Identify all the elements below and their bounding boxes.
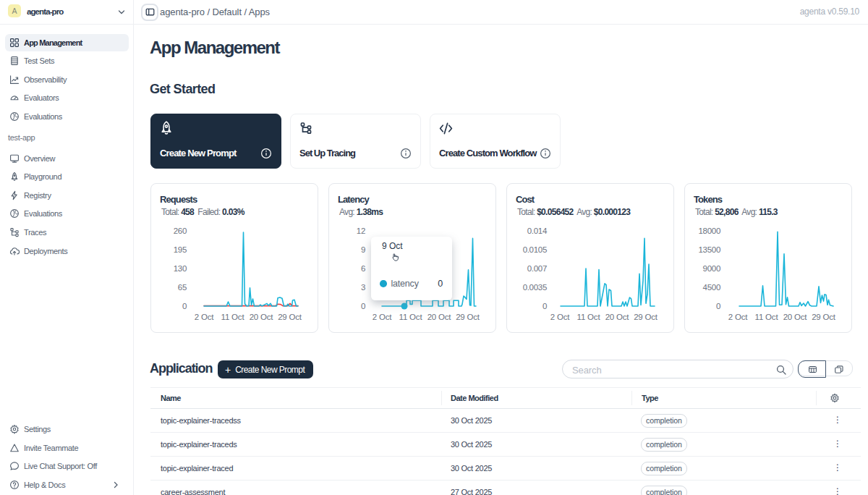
svg-text:2 Oct: 2 Oct: [728, 313, 748, 321]
svg-text:0.0035: 0.0035: [523, 283, 547, 292]
svg-text:29 Oct: 29 Oct: [278, 313, 302, 321]
svg-text:3: 3: [361, 283, 365, 292]
svg-text:9: 9: [361, 245, 365, 254]
svg-text:260: 260: [174, 227, 187, 235]
svg-text:12: 12: [357, 227, 365, 235]
svg-text:4500: 4500: [703, 283, 720, 292]
svg-text:0: 0: [716, 302, 720, 310]
svg-text:11 Oct: 11 Oct: [577, 313, 601, 321]
svg-text:13500: 13500: [699, 245, 720, 254]
svg-text:0: 0: [542, 302, 547, 310]
svg-text:20 Oct: 20 Oct: [427, 313, 452, 321]
svg-text:11 Oct: 11 Oct: [399, 313, 423, 321]
svg-text:195: 195: [174, 245, 187, 254]
svg-text:20 Oct: 20 Oct: [605, 313, 630, 321]
svg-text:130: 130: [174, 264, 187, 273]
svg-text:2 Oct: 2 Oct: [550, 313, 570, 321]
svg-text:2 Oct: 2 Oct: [195, 313, 214, 321]
svg-text:0: 0: [182, 302, 187, 310]
svg-text:2 Oct: 2 Oct: [373, 313, 392, 321]
svg-text:29 Oct: 29 Oct: [634, 313, 658, 321]
svg-text:65: 65: [178, 283, 187, 292]
svg-text:11 Oct: 11 Oct: [755, 313, 779, 321]
svg-text:11 Oct: 11 Oct: [221, 313, 245, 321]
svg-text:18000: 18000: [699, 227, 720, 235]
svg-text:9000: 9000: [703, 264, 720, 273]
svg-text:0: 0: [361, 302, 365, 310]
svg-text:0.0105: 0.0105: [523, 245, 547, 254]
svg-text:0.007: 0.007: [527, 264, 547, 273]
svg-text:29 Oct: 29 Oct: [456, 313, 480, 321]
svg-text:6: 6: [361, 264, 365, 273]
svg-text:29 Oct: 29 Oct: [812, 313, 836, 321]
svg-text:20 Oct: 20 Oct: [250, 313, 274, 321]
svg-text:20 Oct: 20 Oct: [783, 313, 808, 321]
svg-text:0.014: 0.014: [527, 227, 548, 235]
